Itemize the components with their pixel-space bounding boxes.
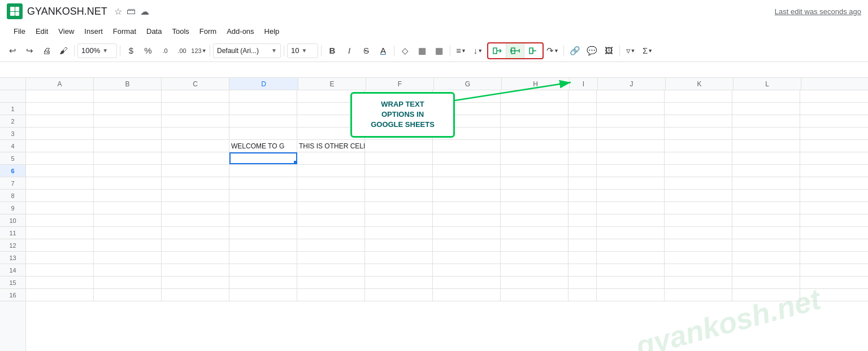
undo-button[interactable]: ↩ [5, 43, 20, 59]
cell-k7[interactable] [665, 165, 732, 177]
merge-button[interactable]: ▦ [431, 43, 447, 59]
cell-l2[interactable] [732, 103, 800, 115]
cell-g7[interactable] [433, 165, 501, 177]
cell-j1[interactable] [597, 90, 665, 102]
cell-c7[interactable] [162, 165, 229, 177]
cell-e5[interactable]: THIS IS OTHER CELL [297, 140, 365, 152]
cell-f5[interactable] [365, 140, 433, 152]
cell-l7[interactable] [732, 165, 800, 177]
menu-help[interactable]: Help [260, 25, 284, 38]
image-button[interactable]: 🖼 [601, 43, 617, 59]
menu-insert[interactable]: Insert [80, 25, 107, 38]
cell-k3[interactable] [665, 115, 732, 127]
cell-b6[interactable] [94, 152, 162, 164]
cell-c6[interactable] [162, 152, 229, 164]
cell-j4[interactable] [597, 128, 665, 139]
col-E[interactable]: E [298, 78, 366, 90]
wrap-overflow-button[interactable] [488, 43, 506, 58]
cell-k6[interactable] [665, 152, 732, 164]
menu-form[interactable]: Form [195, 25, 221, 38]
menu-edit[interactable]: Edit [31, 25, 53, 38]
cell-d4[interactable] [229, 128, 297, 139]
cell-a7[interactable] [26, 165, 94, 177]
cell-g2[interactable] [433, 103, 501, 115]
sum-button[interactable]: Σ▼ [640, 43, 656, 59]
cell-d7[interactable] [229, 165, 297, 177]
cell-j7[interactable] [597, 165, 665, 177]
percent-button[interactable]: % [140, 43, 156, 59]
cell-c5[interactable] [162, 140, 229, 152]
cell-k4[interactable] [665, 128, 732, 139]
cell-f4[interactable] [365, 128, 433, 139]
cell-i2[interactable] [568, 103, 597, 115]
cell-l1[interactable] [732, 90, 800, 102]
menu-format[interactable]: Format [108, 25, 141, 38]
cell-f2[interactable] [365, 103, 433, 115]
cell-l6[interactable] [732, 152, 800, 164]
currency-button[interactable]: $ [123, 43, 139, 59]
cell-d6-selected[interactable] [229, 152, 297, 164]
fill-color-button[interactable]: ◇ [397, 43, 413, 59]
cell-b3[interactable] [94, 115, 162, 127]
cell-l5[interactable] [732, 140, 800, 152]
cell-e2[interactable] [297, 103, 365, 115]
cell-e1[interactable] [297, 90, 365, 102]
menu-view[interactable]: View [54, 25, 79, 38]
font-size-select[interactable]: 10 ▼ [287, 43, 318, 58]
last-edit-label[interactable]: Last edit was seconds ago [775, 7, 861, 16]
cell-h2[interactable] [501, 103, 568, 115]
col-A[interactable]: A [26, 78, 94, 90]
col-C[interactable]: C [162, 78, 229, 90]
cell-a1[interactable] [26, 90, 94, 102]
wrap-clip-button[interactable] [524, 43, 542, 58]
cell-h5[interactable] [501, 140, 568, 152]
cell-c2[interactable] [162, 103, 229, 115]
cell-b4[interactable] [94, 128, 162, 139]
borders-button[interactable]: ▦ [414, 43, 430, 59]
cell-d1[interactable] [229, 90, 297, 102]
print-button[interactable]: 🖨 [38, 43, 54, 59]
col-G[interactable]: G [434, 78, 502, 90]
cell-j3[interactable] [597, 115, 665, 127]
comment-button[interactable]: 💬 [584, 43, 600, 59]
cell-a5[interactable] [26, 140, 94, 152]
cell-d3[interactable] [229, 115, 297, 127]
cell-b7[interactable] [94, 165, 162, 177]
col-J[interactable]: J [598, 78, 666, 90]
cell-c3[interactable] [162, 115, 229, 127]
cell-d2[interactable] [229, 103, 297, 115]
cell-f7[interactable] [365, 165, 433, 177]
cell-j2[interactable] [597, 103, 665, 115]
cell-f6[interactable] [365, 152, 433, 164]
cell-k2[interactable] [665, 103, 732, 115]
align-v-button[interactable]: ↓▼ [470, 43, 486, 59]
cell-a3[interactable] [26, 115, 94, 127]
italic-button[interactable]: I [341, 43, 357, 59]
cell-j5[interactable] [597, 140, 665, 152]
menu-addons[interactable]: Add-ons [222, 25, 258, 38]
folder-icon[interactable]: 🗃 [127, 6, 136, 16]
cell-h6[interactable] [501, 152, 568, 164]
cell-e6[interactable] [297, 152, 365, 164]
cell-i3[interactable] [568, 115, 597, 127]
bold-button[interactable]: B [324, 43, 340, 59]
cell-c1[interactable] [162, 90, 229, 102]
menu-file[interactable]: File [9, 25, 30, 38]
cell-g5[interactable] [433, 140, 501, 152]
zoom-select[interactable]: 100% ▼ [77, 43, 117, 58]
cell-a4[interactable] [26, 128, 94, 139]
col-B[interactable]: B [94, 78, 162, 90]
col-I[interactable]: I [570, 78, 598, 90]
cell-i4[interactable] [568, 128, 597, 139]
col-D[interactable]: D [229, 78, 298, 90]
cell-h3[interactable] [501, 115, 568, 127]
cell-l4[interactable] [732, 128, 800, 139]
col-K[interactable]: K [666, 78, 734, 90]
col-L[interactable]: L [734, 78, 801, 90]
link-button[interactable]: 🔗 [567, 43, 583, 59]
rotate-button[interactable]: ↷▼ [545, 43, 561, 59]
paint-format-button[interactable]: 🖌 [55, 43, 71, 59]
cell-f3[interactable] [365, 115, 433, 127]
cell-e3[interactable] [297, 115, 365, 127]
text-color-button[interactable]: A [375, 43, 391, 59]
